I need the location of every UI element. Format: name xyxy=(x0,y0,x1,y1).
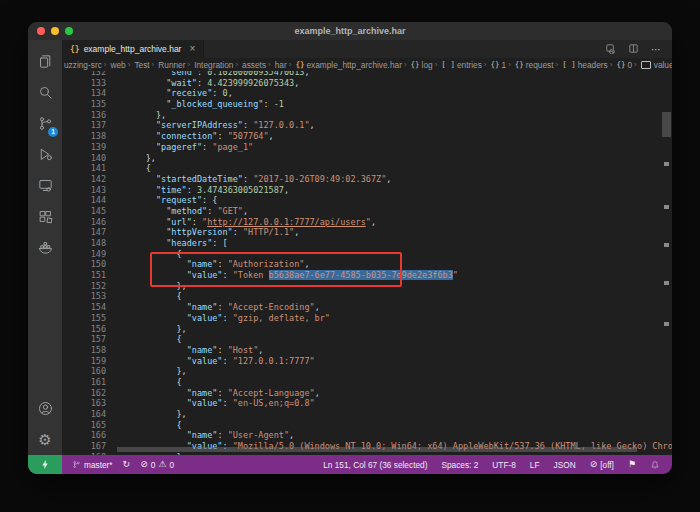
code-line[interactable]: 147 "httpVersion": "HTTP/1.1", xyxy=(62,227,672,238)
breadcrumb-item[interactable]: ›Integration xyxy=(186,60,234,70)
encoding[interactable]: UTF-8 xyxy=(492,460,516,470)
breadcrumb-item[interactable]: ›[ ]entries xyxy=(433,60,482,70)
line-number: 164 xyxy=(62,409,115,420)
notifications-item[interactable] xyxy=(650,460,660,470)
breadcrumb-item[interactable]: ›assets xyxy=(233,60,266,70)
code-line[interactable]: 146 "url": "http://127.0.0.1:7777/api/us… xyxy=(62,217,672,228)
breadcrumb-label: web xyxy=(110,60,125,70)
code-line[interactable]: 159 "value": "127.0.0.1:7777" xyxy=(62,356,672,367)
code-line[interactable]: 153 { xyxy=(62,291,672,302)
sync-button[interactable]: ↻ xyxy=(123,460,131,469)
code-text: "startedDateTime": "2017-10-26T09:49:02.… xyxy=(115,174,391,185)
code-line[interactable]: 145 "method": "GET", xyxy=(62,206,672,217)
language-mode[interactable]: JSON xyxy=(554,460,576,470)
git-branch-item[interactable]: master* xyxy=(72,460,113,470)
vertical-scrollbar[interactable] xyxy=(662,112,671,137)
code-line[interactable]: 161 { xyxy=(62,377,672,388)
code-text: }, xyxy=(115,452,187,455)
breadcrumb-item[interactable]: ›web xyxy=(102,60,126,70)
problems-item[interactable]: ⊘ 0 ⚠ 0 xyxy=(140,460,174,470)
code-line[interactable]: 154 "name": "Accept-Encoding", xyxy=(62,302,672,313)
horizontal-scrollbar[interactable] xyxy=(117,447,637,452)
window-title: example_http_archive.har xyxy=(28,26,672,36)
zoom-window-button[interactable] xyxy=(65,27,73,35)
code-line[interactable]: 135 "_blocked_queueing": -1 xyxy=(62,99,672,110)
code-line[interactable]: 144 "request": { xyxy=(62,195,672,206)
breadcrumb-item[interactable]: ›{}1 xyxy=(482,60,506,70)
breadcrumb-item[interactable]: ›{}example_http_archive.har xyxy=(287,60,402,70)
code-line[interactable]: 149 { xyxy=(62,249,672,260)
line-number: 139 xyxy=(62,142,115,153)
code-line[interactable]: 158 "name": "Host", xyxy=(62,345,672,356)
code-line[interactable]: 157 { xyxy=(62,334,672,345)
code-line[interactable]: 139 "pageref": "page_1" xyxy=(62,142,672,153)
toggle-off-item[interactable]: ⊘ [off] xyxy=(590,460,614,470)
code-line[interactable]: 132 "send": 0.10200000935470613, xyxy=(62,71,672,78)
remote-indicator[interactable] xyxy=(28,455,62,474)
code-line[interactable]: 155 "value": "gzip, deflate, br" xyxy=(62,313,672,324)
accounts-icon[interactable] xyxy=(30,393,60,424)
search-icon[interactable] xyxy=(30,77,60,108)
code-line[interactable]: 148 "headers": [ xyxy=(62,238,672,249)
tab-example-http-archive[interactable]: {} example_http_archive.har × xyxy=(62,40,204,58)
breadcrumb-item[interactable]: ›{}log xyxy=(402,60,433,70)
breadcrumb-label: Runner xyxy=(158,60,185,70)
code-line[interactable]: 136 }, xyxy=(62,110,672,121)
code-line[interactable]: 137 "serverIPAddress": "127.0.0.1", xyxy=(62,120,672,131)
breadcrumb-separator: › xyxy=(152,60,155,69)
line-number: 159 xyxy=(62,356,115,367)
split-editor-icon[interactable] xyxy=(628,40,639,58)
code-line[interactable]: 168 }, xyxy=(62,452,672,455)
breadcrumb-item[interactable]: ›Runner xyxy=(150,60,186,70)
breadcrumb-item[interactable]: ›har xyxy=(266,60,287,70)
breadcrumb-item[interactable]: ›[ ]headers xyxy=(554,60,608,70)
breadcrumb-separator: › xyxy=(634,60,637,69)
code-line[interactable]: 165 { xyxy=(62,420,672,431)
run-debug-icon[interactable] xyxy=(30,139,60,170)
breadcrumb: uzzing-src›web›Test›Runner›Integration›a… xyxy=(62,58,672,71)
code-line[interactable]: 142 "startedDateTime": "2017-10-26T09:49… xyxy=(62,174,672,185)
explorer-icon[interactable] xyxy=(30,46,60,77)
breadcrumb-item[interactable]: uzzing-src xyxy=(64,60,102,70)
object-symbol-icon: {} xyxy=(515,60,524,69)
breadcrumb-separator: › xyxy=(556,60,559,69)
code-line[interactable]: 162 "name": "Accept-Language", xyxy=(62,388,672,399)
code-text: "pageref": "page_1" xyxy=(115,142,253,153)
close-window-button[interactable] xyxy=(37,27,45,35)
eol-sequence[interactable]: LF xyxy=(530,460,540,470)
indentation[interactable]: Spaces: 2 xyxy=(441,460,478,470)
code-line[interactable]: 164 }, xyxy=(62,409,672,420)
minimize-window-button[interactable] xyxy=(51,27,59,35)
breadcrumb-item[interactable]: ›{}0 xyxy=(608,60,632,70)
feedback-item[interactable]: ⚑ xyxy=(628,460,636,469)
breadcrumb-item[interactable]: ›value xyxy=(632,60,672,70)
docker-icon[interactable] xyxy=(30,232,60,263)
breadcrumb-item[interactable]: ›Test xyxy=(126,60,150,70)
breadcrumb-item[interactable]: ›{}request xyxy=(506,60,553,70)
code-line[interactable]: 140 }, xyxy=(62,153,672,164)
code-line[interactable]: 138 "connection": "507764", xyxy=(62,131,672,142)
code-line[interactable]: 163 "value": "en-US,en;q=0.8" xyxy=(62,398,672,409)
code-line[interactable]: 133 "wait": 4.423999926075343, xyxy=(62,78,672,89)
code-line[interactable]: 156 }, xyxy=(62,324,672,335)
code-line[interactable]: 160 }, xyxy=(62,366,672,377)
open-changes-icon[interactable] xyxy=(605,40,616,58)
remote-explorer-icon[interactable] xyxy=(30,170,60,201)
bell-icon xyxy=(650,460,660,470)
extensions-icon[interactable] xyxy=(30,201,60,232)
code-line[interactable]: 134 "receive": 0, xyxy=(62,88,672,99)
code-line[interactable]: 152 }, xyxy=(62,281,672,292)
overview-ruler-mark xyxy=(664,205,669,209)
source-control-icon[interactable]: 1 xyxy=(30,108,60,139)
settings-gear-icon[interactable]: ⚙ xyxy=(30,424,60,455)
cursor-position[interactable]: Ln 151, Col 67 (36 selected) xyxy=(323,460,427,470)
code-line[interactable]: 141 { xyxy=(62,163,672,174)
code-line[interactable]: 151 "value": "Token b5638ae7-6e77-4585-b… xyxy=(62,270,672,281)
breadcrumb-separator: › xyxy=(484,60,487,69)
code-line[interactable]: 166 "name": "User-Agent", xyxy=(62,430,672,441)
code-line[interactable]: 143 "time": 3.474363005021587, xyxy=(62,185,672,196)
code-line[interactable]: 150 "name": "Authorization", xyxy=(62,259,672,270)
more-actions-icon[interactable]: ⋯ xyxy=(651,44,662,55)
code-editor[interactable]: 132 "send": 0.10200000935470613,133 "wai… xyxy=(62,71,672,455)
close-tab-icon[interactable]: × xyxy=(189,44,195,54)
